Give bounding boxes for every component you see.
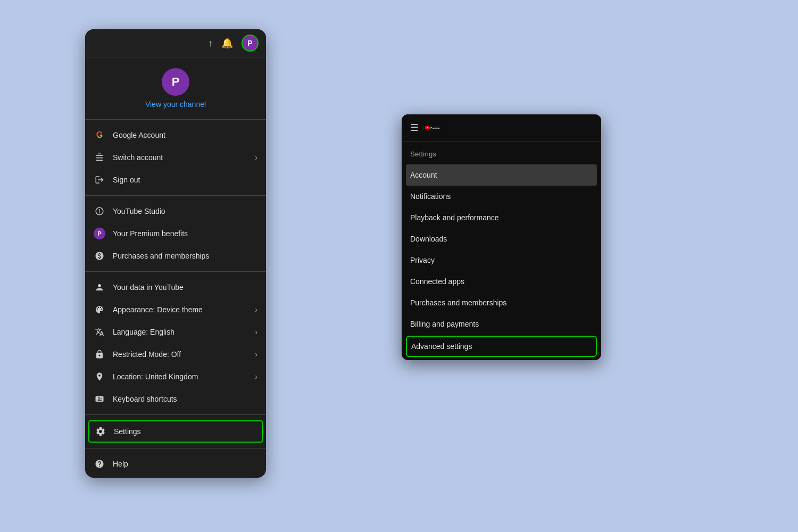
nav-privacy[interactable]: Privacy xyxy=(402,250,601,271)
divider-5 xyxy=(85,448,266,448)
feedback-item[interactable]: Send feedback xyxy=(85,475,266,478)
nav-downloads[interactable]: Downloads xyxy=(402,228,601,250)
location-label: Location: United Kingdom xyxy=(113,372,247,381)
your-data-item[interactable]: Your data in YouTube xyxy=(85,276,266,298)
purchases-icon xyxy=(94,250,105,262)
language-chevron: › xyxy=(255,328,257,336)
location-chevron: › xyxy=(255,372,257,381)
settings-item[interactable]: Settings xyxy=(88,420,263,443)
youtube-logo-icon: Premium GB xyxy=(425,122,440,133)
studio-label: YouTube Studio xyxy=(113,207,257,215)
nav-connected-apps[interactable]: Connected apps xyxy=(402,271,601,292)
keyboard-label: Keyboard shortcuts xyxy=(113,395,257,403)
help-label: Help xyxy=(113,460,257,468)
svg-text:GB: GB xyxy=(439,126,440,128)
help-section: Help Send feedback xyxy=(85,451,266,478)
purchases-label: Purchases and memberships xyxy=(113,252,257,260)
language-item[interactable]: Language: English › xyxy=(85,321,266,343)
sign-out-label: Sign out xyxy=(113,176,257,184)
settings-section: Your data in YouTube Appearance: Device … xyxy=(85,274,266,412)
studio-icon xyxy=(94,205,105,217)
divider-2 xyxy=(85,195,266,196)
settings-title: Settings xyxy=(402,142,601,162)
premium-icon: P xyxy=(94,228,105,239)
keyboard-item[interactable]: Keyboard shortcuts xyxy=(85,388,266,410)
restricted-label: Restricted Mode: Off xyxy=(113,350,247,359)
language-icon xyxy=(94,326,105,338)
google-account-item[interactable]: G Google Account xyxy=(85,124,266,146)
help-item[interactable]: Help xyxy=(85,453,266,475)
profile-avatar: P xyxy=(162,68,189,96)
yt-premium-logo: Premium GB xyxy=(425,122,440,133)
help-icon xyxy=(94,458,105,470)
switch-account-item[interactable]: Switch account › xyxy=(85,146,266,169)
nav-billing[interactable]: Billing and payments xyxy=(402,313,601,335)
studio-section: YouTube Studio P Your Premium benefits P… xyxy=(85,198,266,269)
sign-out-icon xyxy=(94,174,105,186)
youtube-studio-item[interactable]: YouTube Studio xyxy=(85,200,266,222)
settings-panel: ☰ Premium GB Settings Account Notificati… xyxy=(402,114,601,360)
nav-purchases[interactable]: Purchases and memberships xyxy=(402,292,601,313)
location-icon xyxy=(94,371,105,383)
premium-label: Your Premium benefits xyxy=(113,229,257,238)
view-channel-link[interactable]: View your channel xyxy=(145,100,206,109)
top-bar: ↑ 🔔 P xyxy=(85,29,266,57)
nav-advanced[interactable]: Advanced settings xyxy=(406,336,597,357)
nav-account[interactable]: Account xyxy=(406,164,597,186)
restricted-chevron: › xyxy=(255,350,257,359)
appearance-item[interactable]: Appearance: Device theme › xyxy=(85,298,266,321)
avatar-button[interactable]: P xyxy=(242,35,259,52)
upload-icon[interactable]: ↑ xyxy=(208,38,213,49)
settings-header: ☰ Premium GB xyxy=(402,114,601,142)
nav-notifications[interactable]: Notifications xyxy=(402,186,601,207)
restricted-icon xyxy=(94,348,105,360)
switch-account-label: Switch account xyxy=(113,153,247,162)
your-data-icon xyxy=(94,281,105,293)
language-label: Language: English xyxy=(113,328,247,336)
premium-benefits-item[interactable]: P Your Premium benefits xyxy=(85,222,266,245)
location-item[interactable]: Location: United Kingdom › xyxy=(85,365,266,388)
bell-icon[interactable]: 🔔 xyxy=(221,37,233,49)
settings-icon xyxy=(95,426,106,437)
settings-menu-section: Settings xyxy=(85,417,266,446)
divider-1 xyxy=(85,119,266,120)
divider-3 xyxy=(85,271,266,272)
google-icon: G xyxy=(94,129,105,141)
account-section: G Google Account Switch account › Sign o… xyxy=(85,122,266,193)
profile-section: P View your channel xyxy=(85,57,266,117)
sign-out-item[interactable]: Sign out xyxy=(85,169,266,191)
switch-account-chevron: › xyxy=(255,153,257,162)
svg-text:Premium: Premium xyxy=(430,127,440,129)
appearance-label: Appearance: Device theme xyxy=(113,305,247,314)
purchases-item[interactable]: Purchases and memberships xyxy=(85,245,266,267)
nav-playback[interactable]: Playback and performance xyxy=(402,207,601,228)
hamburger-icon[interactable]: ☰ xyxy=(410,122,419,134)
google-account-label: Google Account xyxy=(113,131,257,139)
switch-account-icon xyxy=(94,152,105,163)
appearance-chevron: › xyxy=(255,305,257,314)
keyboard-icon xyxy=(94,393,105,405)
appearance-icon xyxy=(94,304,105,315)
youtube-menu-dropdown: ↑ 🔔 P P View your channel G Google Accou… xyxy=(85,29,266,478)
your-data-label: Your data in YouTube xyxy=(113,283,257,292)
restricted-item[interactable]: Restricted Mode: Off › xyxy=(85,343,266,365)
settings-nav: Account Notifications Playback and perfo… xyxy=(402,162,601,360)
divider-4 xyxy=(85,414,266,415)
settings-label: Settings xyxy=(114,427,256,436)
